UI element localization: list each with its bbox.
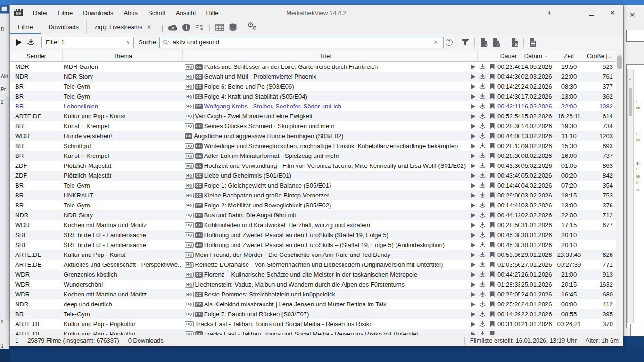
row-bookmark-icon[interactable] — [487, 202, 497, 208]
row-bookmark-icon[interactable] — [487, 212, 497, 218]
table-row[interactable]: SRFSRF bi de Lüt - FamiliensacheHQADHoff… — [10, 240, 617, 250]
row-download-icon[interactable] — [478, 301, 487, 308]
row-bookmark-icon[interactable] — [487, 113, 497, 119]
table-row[interactable]: ZDFPlötzlich MajestätHQCCLiebe und Gehei… — [10, 171, 617, 181]
column-header-zeit[interactable]: Zeit — [553, 50, 585, 61]
doc-plain-icon[interactable] — [527, 36, 539, 49]
table-row[interactable]: NDRNDR StoryHQCCGewalt und Müll - Proble… — [10, 72, 617, 82]
row-bookmark-icon[interactable] — [487, 153, 497, 159]
column-header-datum[interactable]: Datum⌄ — [520, 50, 553, 61]
row-bookmark-icon[interactable] — [487, 143, 497, 149]
row-download-icon[interactable] — [478, 93, 487, 100]
doc-add-icon[interactable] — [478, 36, 490, 49]
row-bookmark-icon[interactable] — [487, 252, 497, 258]
theme-toggle-icon[interactable]: ◐ — [540, 5, 561, 20]
row-download-icon[interactable] — [478, 123, 487, 130]
tab-close-icon[interactable]: ✕ — [147, 24, 151, 31]
film-database-icon[interactable] — [226, 20, 239, 34]
row-download-icon[interactable] — [478, 281, 487, 288]
table-row[interactable]: MDRMDR GartenHQCCParks und Schlösser an … — [10, 62, 617, 72]
row-bookmark-icon[interactable] — [487, 83, 497, 90]
row-play-icon[interactable] — [468, 321, 478, 327]
row-bookmark-icon[interactable] — [487, 301, 497, 307]
row-bookmark-icon[interactable] — [487, 222, 497, 228]
row-play-icon[interactable] — [468, 292, 478, 297]
table-row[interactable]: ARTE.DEAktuelles und Gesellschaft - Pers… — [10, 260, 617, 270]
row-play-icon[interactable] — [468, 153, 478, 159]
table-row[interactable]: WDRHunde verstehen!CCÄngstliche und aggr… — [10, 131, 617, 141]
row-download-icon[interactable] — [478, 74, 487, 80]
table-row[interactable]: NDRNDR StoryHQCCBus und Bahn: Die Angst … — [10, 210, 617, 220]
doc-remove-icon[interactable] — [490, 36, 502, 49]
row-bookmark-icon[interactable] — [487, 321, 497, 327]
row-play-icon[interactable] — [468, 252, 478, 258]
table-row[interactable]: ARTE.DEKultur und Pop - KunstHQVan Gogh … — [10, 111, 617, 121]
table-row[interactable]: BRKunst + KrempelHQCCSeines Glückes Schm… — [10, 121, 617, 131]
table-row[interactable]: BRUNKRAUTHQCCKleine Bachpaten und große … — [10, 190, 617, 200]
table-row[interactable]: WDRWunderschön!HQLiechtenstein: Vaduz, M… — [10, 280, 617, 289]
row-download-icon[interactable] — [478, 272, 487, 278]
table-view-icon[interactable] — [213, 20, 226, 34]
column-header-titel[interactable]: Titel — [183, 50, 468, 61]
filter-list-icon[interactable] — [193, 20, 206, 34]
row-bookmark-icon[interactable] — [487, 182, 497, 189]
row-bookmark-icon[interactable] — [487, 123, 497, 129]
row-download-icon[interactable] — [478, 252, 487, 258]
row-download-icon[interactable] — [478, 311, 487, 318]
table-row[interactable]: WDRKochen mit Martina und MoritzHQCCBest… — [10, 289, 617, 299]
filter-select[interactable]: Filter 1 ∨ — [41, 37, 134, 48]
row-download-icon[interactable] — [478, 222, 487, 229]
menu-item-hilfe[interactable]: Hilfe — [201, 7, 224, 19]
column-header-groesse[interactable]: Größe [... — [585, 50, 615, 61]
row-download-icon[interactable] — [478, 291, 487, 298]
row-play-icon[interactable] — [468, 222, 478, 228]
table-row[interactable]: SRFSRF bi de Lüt - FamiliensacheHQCCHoff… — [10, 230, 617, 240]
row-play-icon[interactable] — [468, 242, 478, 248]
row-bookmark-icon[interactable] — [487, 311, 497, 317]
menu-item-schrift[interactable]: Schrift — [143, 7, 171, 19]
row-play-icon[interactable] — [468, 213, 478, 218]
row-play-icon[interactable] — [468, 193, 478, 198]
table-row[interactable]: ZDFPlötzlich MajestätHQCCHochzeit und Ve… — [10, 161, 617, 171]
table-scrollbar[interactable] — [616, 50, 622, 335]
row-play-icon[interactable] — [468, 203, 478, 208]
row-download-icon[interactable] — [478, 242, 487, 248]
row-play-icon[interactable] — [468, 74, 478, 80]
minimize-icon[interactable] — [561, 5, 581, 20]
table-row[interactable]: WDRGrenzenlos köstlichHQCCFlorenz – Kuli… — [10, 270, 617, 280]
row-download-icon[interactable] — [478, 133, 487, 140]
row-download-icon[interactable] — [478, 153, 487, 159]
column-header-bookmark[interactable] — [487, 50, 497, 61]
table-row[interactable]: BRTele-GymHQCCFolge 1: Gleichgewicht und… — [10, 181, 617, 190]
funnel-icon[interactable] — [459, 36, 471, 49]
cloud-download-icon[interactable] — [166, 20, 180, 34]
row-bookmark-icon[interactable] — [487, 192, 497, 198]
row-bookmark-icon[interactable] — [487, 291, 497, 297]
menu-item-ansicht[interactable]: Ansicht — [171, 7, 201, 19]
row-play-icon[interactable] — [468, 133, 478, 139]
table-row[interactable]: BRTele-GymHQCCFolge 4: Kraft und Stabili… — [10, 91, 617, 101]
table-row[interactable]: ARTE.DEKultur und Pop - PopkulturHQTrack… — [10, 319, 617, 329]
tab-filme[interactable]: Filme — [10, 20, 41, 34]
row-play-icon[interactable] — [468, 173, 478, 179]
column-header-thema[interactable]: Thema — [63, 50, 183, 61]
row-bookmark-icon[interactable] — [487, 262, 497, 268]
row-bookmark-icon[interactable] — [487, 103, 497, 109]
row-play-icon[interactable] — [468, 272, 478, 278]
row-download-icon[interactable] — [478, 321, 487, 328]
row-bookmark-icon[interactable] — [487, 173, 497, 179]
table-row[interactable]: BRTele-GymHQCCFolge 6: Beine und Po (S03… — [10, 82, 617, 91]
row-bookmark-icon[interactable] — [487, 232, 497, 238]
row-download-icon[interactable] — [478, 103, 487, 110]
row-play-icon[interactable] — [468, 312, 478, 317]
table-row[interactable]: WDRKochen mit Martina und MoritzHQCCKohl… — [10, 220, 617, 230]
tab-downloads[interactable]: Downloads — [41, 20, 87, 34]
row-download-icon[interactable] — [478, 232, 487, 239]
row-play-icon[interactable] — [468, 114, 478, 119]
search-input[interactable]: aktiv und gesund ✕ — [159, 37, 442, 48]
settings-gears-icon[interactable]: ⚙⚙ — [247, 20, 259, 34]
column-header-play[interactable] — [468, 50, 478, 61]
menu-item-downloads[interactable]: Downloads — [78, 7, 118, 19]
row-bookmark-icon[interactable] — [487, 93, 497, 99]
table-row[interactable]: BRSchnittgutHQCCWinterlinge und Schneegl… — [10, 141, 617, 151]
